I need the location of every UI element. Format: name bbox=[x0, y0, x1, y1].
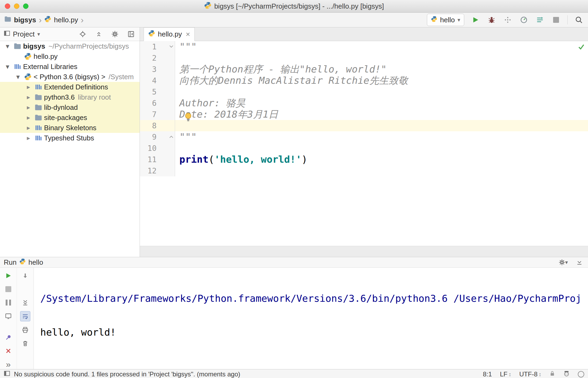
pycharm-window: bigsys [~/PycharmProjects/bigsys] - .../… bbox=[0, 0, 588, 378]
gear-icon[interactable] bbox=[110, 29, 120, 39]
editor-line: 4 向伟大的Dennis MacAlistair Ritchie先生致敬 bbox=[140, 75, 588, 86]
search-everywhere-icon[interactable] bbox=[574, 15, 584, 25]
pin-tab-icon[interactable] bbox=[3, 333, 13, 342]
zoom-button[interactable] bbox=[23, 3, 28, 9]
close-tab-icon[interactable] bbox=[3, 346, 13, 356]
tree-item-lib-dynload[interactable]: ▸ lib-dynload bbox=[0, 102, 140, 112]
clear-console-trash-icon[interactable] bbox=[20, 339, 30, 348]
stop-button[interactable] bbox=[3, 284, 13, 294]
chevron-collapsed-icon[interactable]: ▸ bbox=[23, 83, 34, 91]
tree-item-binary-skeletons[interactable]: ▸ Binary Skeletons bbox=[0, 123, 140, 133]
editor-line: 1 """ bbox=[140, 41, 588, 52]
chevron-right-icon: › bbox=[39, 16, 42, 24]
chevron-collapsed-icon[interactable]: ▸ bbox=[23, 114, 34, 121]
scroll-down-icon[interactable] bbox=[20, 271, 30, 281]
caret-position-widget[interactable]: 8:1 bbox=[483, 370, 492, 378]
project-panel-header: Project ▾ bbox=[0, 27, 140, 41]
breadcrumb: bigsys › hello.py › bbox=[0, 16, 84, 24]
updown-arrows-icon: ↕ bbox=[509, 371, 511, 377]
chevron-right-icon: › bbox=[81, 16, 84, 24]
run-panel-title[interactable]: Run bbox=[4, 258, 17, 267]
folder-icon bbox=[4, 16, 11, 24]
editor-line-current: 8 bbox=[140, 120, 588, 131]
tree-item-hello-py[interactable]: hello.py bbox=[0, 51, 140, 61]
project-tool-window: Project ▾ ▾ bigsys ~/PycharmProjects/big… bbox=[0, 27, 140, 257]
tool-window-toggler-icon[interactable] bbox=[4, 370, 10, 378]
gear-icon[interactable]: ▾ bbox=[558, 257, 568, 267]
encoding-widget[interactable]: UTF-8↕ bbox=[519, 370, 541, 378]
close-icon[interactable]: × bbox=[186, 31, 190, 38]
editor-area: hello.py × 1 """ 2 3 第一个Python程序 - 输出"he… bbox=[140, 27, 588, 257]
run-configuration-select[interactable]: hello ▾ bbox=[427, 14, 464, 26]
fold-region-start-icon[interactable] bbox=[169, 45, 173, 48]
hide-tool-window-icon[interactable] bbox=[575, 257, 584, 267]
status-message: No suspicious code found. 1 files proces… bbox=[14, 370, 240, 378]
tree-item-external-libraries[interactable]: ▾ External Libraries bbox=[0, 61, 140, 72]
folder-icon bbox=[34, 104, 43, 111]
console-output[interactable]: /System/Library/Frameworks/Python.framew… bbox=[34, 268, 588, 369]
chevron-down-icon[interactable]: ▾ bbox=[37, 31, 40, 37]
more-actions-icon[interactable]: » bbox=[3, 359, 13, 369]
minimize-button[interactable] bbox=[14, 3, 19, 9]
editor-line: 11 print('hello, world!') bbox=[140, 154, 588, 165]
lock-icon[interactable] bbox=[549, 370, 555, 378]
tree-item-bigsys[interactable]: ▾ bigsys ~/PycharmProjects/bigsys bbox=[0, 41, 140, 51]
scroll-to-end-icon[interactable] bbox=[20, 298, 30, 307]
console-command-line: /System/Library/Frameworks/Python.framew… bbox=[40, 293, 588, 304]
library-icon bbox=[34, 134, 43, 142]
fold-region-end-icon[interactable] bbox=[169, 135, 173, 138]
chevron-collapsed-icon[interactable]: ▸ bbox=[23, 124, 34, 132]
tree-item-site-packages[interactable]: ▸ site-packages bbox=[0, 112, 140, 123]
close-button[interactable] bbox=[5, 3, 10, 9]
chevron-collapsed-icon[interactable]: ▸ bbox=[23, 134, 34, 142]
rerun-button[interactable] bbox=[3, 271, 13, 281]
run-configuration-name: hello bbox=[440, 16, 455, 24]
chevron-expanded-icon[interactable]: ▾ bbox=[13, 73, 23, 81]
inspection-ok-check-icon[interactable] bbox=[578, 43, 585, 51]
code-editor[interactable]: 1 """ 2 3 第一个Python程序 - 输出"hello, world!… bbox=[140, 41, 588, 246]
restore-layout-icon[interactable] bbox=[3, 311, 13, 321]
pause-output-button[interactable] bbox=[3, 298, 13, 307]
folder-icon bbox=[13, 42, 22, 50]
editor-line: 12 bbox=[140, 165, 588, 176]
tree-item-typeshed-stubs[interactable]: ▸ Typeshed Stubs bbox=[0, 133, 140, 143]
console-blank-line bbox=[40, 361, 588, 369]
debug-button[interactable] bbox=[487, 15, 496, 25]
chevron-expanded-icon[interactable]: ▾ bbox=[2, 63, 13, 71]
editor-scrollbar-strip[interactable] bbox=[140, 246, 588, 257]
tree-item-extended-definitions[interactable]: ▸ Extended Definitions bbox=[0, 82, 140, 92]
editor-line: 5 bbox=[140, 86, 588, 97]
soft-wrap-toggle[interactable] bbox=[20, 311, 30, 321]
collapse-all-icon[interactable] bbox=[94, 29, 104, 39]
run-tool-window: Run hello ▾ » bbox=[0, 257, 588, 369]
project-panel-title[interactable]: Project bbox=[13, 30, 35, 38]
chevron-collapsed-icon[interactable]: ▸ bbox=[23, 104, 34, 111]
breadcrumb-project[interactable]: bigsys bbox=[14, 16, 36, 24]
status-bar: No suspicious code found. 1 files proces… bbox=[0, 369, 588, 378]
run-button[interactable] bbox=[471, 15, 480, 25]
concurrency-diagram-button[interactable] bbox=[535, 15, 545, 25]
event-log-icon[interactable] bbox=[578, 371, 584, 377]
window-title: bigsys [~/PycharmProjects/bigsys] - .../… bbox=[214, 2, 384, 10]
breadcrumb-file[interactable]: hello.py bbox=[54, 16, 78, 24]
run-with-coverage-button[interactable] bbox=[503, 15, 513, 25]
hide-panel-icon[interactable] bbox=[126, 29, 136, 39]
chevron-collapsed-icon[interactable]: ▸ bbox=[23, 93, 34, 101]
tab-hello-py[interactable]: hello.py × bbox=[144, 27, 195, 41]
tool-window-icon bbox=[4, 30, 10, 38]
library-icon bbox=[34, 124, 43, 132]
profiler-button[interactable] bbox=[519, 15, 529, 25]
updown-arrows-icon: ↕ bbox=[539, 371, 541, 377]
stop-button[interactable] bbox=[551, 15, 561, 25]
tree-item-python3-6-library-root[interactable]: ▸ python3.6 library root bbox=[0, 92, 140, 102]
chevron-down-icon: ▾ bbox=[565, 259, 568, 266]
highlighting-level-hector-icon[interactable] bbox=[563, 370, 570, 378]
chevron-expanded-icon[interactable]: ▾ bbox=[2, 42, 13, 50]
locate-file-icon[interactable] bbox=[78, 29, 88, 39]
print-icon[interactable] bbox=[20, 325, 30, 335]
python-file-icon bbox=[44, 16, 51, 24]
gutter: 1 bbox=[140, 41, 175, 52]
intention-lightbulb-icon[interactable] bbox=[183, 112, 193, 124]
tree-item-python-3-6-interpreter[interactable]: ▾ < Python 3.6 (bigsys) > /System bbox=[0, 72, 140, 82]
line-separator-widget[interactable]: LF↕ bbox=[500, 370, 511, 378]
